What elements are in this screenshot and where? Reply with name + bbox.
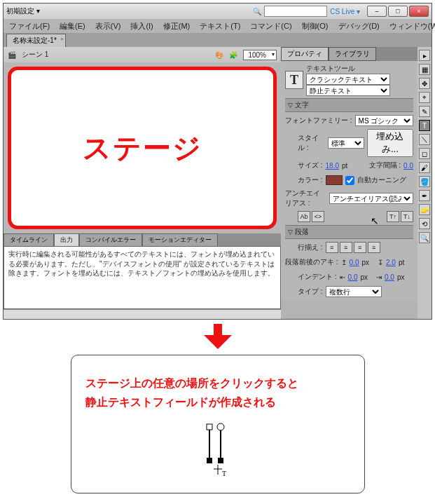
output-panel: 実行時に編集される可能性があるすべてのテキストには、フォントが埋め込まれている必… [4, 246, 281, 309]
annotation-panel: ステージ上の任意の場所をクリックすると 静止テキストフィールドが作成される T [71, 355, 365, 493]
subscript-button[interactable]: T↓ [401, 211, 413, 222]
tab-output[interactable]: 出力 [54, 233, 79, 246]
align-right-button[interactable]: ≡ [354, 242, 366, 253]
tab-compiler-errors[interactable]: コンパイルエラー [79, 233, 142, 246]
menu-debug[interactable]: デバッグ(D) [338, 21, 380, 32]
line-tool[interactable]: ＼ [419, 134, 430, 145]
properties-body: T テキストツール クラシックテキスト 静止テキスト 文字 フォントファミリー … [281, 61, 417, 301]
font-family-label: フォントファミリー : [285, 116, 352, 125]
edit-bar: 🎬 シーン 1 🎨 🧩 100% [4, 47, 281, 62]
subselect-tool[interactable]: ▦ [419, 64, 430, 75]
spacing-label: 段落前後のアキ : [285, 257, 338, 267]
search-icon: 🔍 [253, 8, 261, 15]
space-after-value[interactable]: 2.0 [386, 259, 396, 266]
zoom-level[interactable]: 100% [243, 50, 277, 60]
antialias-select[interactable]: アンチエイリアス(読みやすさ優先) [329, 193, 413, 204]
text-tool-icon: T [285, 71, 303, 89]
font-style-label: スタイル : [298, 133, 325, 153]
text-color-swatch[interactable] [326, 175, 343, 185]
tab-library[interactable]: ライブラリ [329, 47, 376, 61]
align-left-button[interactable]: ≡ [326, 242, 338, 253]
selectable-toggle[interactable]: Ab [298, 211, 310, 222]
menu-edit[interactable]: 編集(E) [60, 21, 85, 32]
annotation-line-2: 静止テキストフィールドが作成される [85, 393, 350, 411]
output-text: 実行時に編集される可能性があるすべてのテキストには、フォントが埋め込まれている必… [8, 250, 275, 277]
document-tab[interactable]: 名称未設定-1* × [6, 34, 66, 47]
flash-app-window: 初期設定 ▾ 🔍 CS Live ▾ – □ × ファイル(F) 編集(E) 表… [3, 3, 432, 320]
tab-properties[interactable]: プロパティ [281, 47, 329, 61]
paint-bucket-tool[interactable]: 🪣 [419, 176, 430, 187]
behavior-label: タイプ : [298, 287, 323, 297]
font-size-label: サイズ : [298, 161, 323, 170]
align-center-button[interactable]: ≡ [340, 242, 352, 253]
window-minimize-button[interactable]: – [367, 6, 387, 17]
titlebar: 初期設定 ▾ 🔍 CS Live ▾ – □ × [4, 4, 431, 19]
brush-tool[interactable]: 🖌 [419, 162, 430, 173]
indent-left-value[interactable]: 0.0 [348, 273, 358, 281]
superscript-button[interactable]: T↑ [387, 211, 399, 222]
menu-control[interactable]: 制御(O) [302, 21, 329, 32]
space-before-unit: px [361, 259, 369, 266]
window-close-button[interactable]: × [409, 6, 429, 17]
section-character[interactable]: 文字 [285, 98, 413, 112]
font-family-select[interactable]: MS ゴシック [355, 115, 413, 126]
text-engine-select[interactable]: クラシックテキスト [306, 74, 390, 85]
free-transform-tool[interactable]: ✥ [419, 78, 430, 89]
menu-modify[interactable]: 修正(M) [163, 21, 191, 32]
section-paragraph[interactable]: 段落 [285, 225, 413, 239]
stage[interactable]: ステージ [8, 67, 277, 229]
tracking-label: 文字間隔 : [369, 161, 401, 170]
auto-kern-checkbox[interactable] [345, 176, 354, 185]
document-tab-title: 名称未設定-1* [13, 36, 57, 44]
font-size-value[interactable]: 18.0 [326, 162, 339, 170]
scene-name[interactable]: シーン 1 [22, 50, 48, 60]
output-scrollbar[interactable] [4, 309, 281, 319]
space-before-value[interactable]: 0.0 [350, 259, 359, 266]
embed-fonts-button[interactable]: 埋め込み... [367, 129, 413, 157]
window-maximize-button[interactable]: □ [388, 6, 408, 17]
tab-motion-editor[interactable]: モーションエディター [142, 233, 218, 246]
document-tab-bar: 名称未設定-1* × [4, 33, 431, 47]
tracking-value[interactable]: 0.0 [403, 162, 413, 170]
cs-live-menu[interactable]: CS Live ▾ [330, 8, 360, 15]
text-tool[interactable]: T [419, 120, 430, 131]
workspace-preset[interactable]: 初期設定 ▾ [6, 6, 40, 16]
indent-right-value[interactable]: 0.0 [385, 273, 394, 281]
menu-view[interactable]: 表示(V) [95, 21, 121, 32]
main-menu-bar: ファイル(F) 編集(E) 表示(V) 挿入(I) 修正(M) テキスト(T) … [4, 19, 431, 33]
menu-file[interactable]: ファイル(F) [9, 21, 50, 32]
selection-tool[interactable]: ▸ [419, 50, 430, 61]
indent-label: インデント : [298, 272, 337, 282]
lasso-tool[interactable]: ⌖ [419, 92, 430, 103]
pen-tool[interactable]: ✎ [419, 106, 430, 117]
tab-timeline[interactable]: タイムライン [4, 233, 54, 246]
rectangle-tool[interactable]: ◻ [419, 148, 430, 159]
render-as-html-toggle[interactable]: <> [312, 211, 324, 222]
menu-command[interactable]: コマンド(C) [250, 21, 291, 32]
help-search-input[interactable] [264, 6, 327, 17]
indent-right-unit: px [397, 273, 405, 281]
align-justify-button[interactable]: ≡ [368, 242, 380, 253]
tool-name-label: テキストツール [306, 64, 413, 74]
hand-tool[interactable]: ⟲ [419, 218, 430, 229]
properties-panel-group: プロパティ ライブラリ T テキストツール クラシックテキスト 静止テキスト 文… [281, 47, 417, 319]
svg-point-4 [217, 423, 224, 430]
menu-text[interactable]: テキスト(T) [200, 21, 240, 32]
svg-rect-6 [218, 458, 223, 463]
edit-symbol-icon[interactable]: 🧩 [229, 51, 237, 59]
menu-insert[interactable]: 挿入(I) [130, 21, 153, 32]
svg-rect-5 [207, 458, 212, 463]
document-tab-close-icon[interactable]: × [60, 36, 64, 42]
space-before-icon: ↥ [341, 259, 347, 266]
text-type-select[interactable]: 静止テキスト [306, 85, 390, 96]
behavior-select[interactable]: 複数行 [326, 286, 382, 297]
right-dock: プロパティ ライブラリ T テキストツール クラシックテキスト 静止テキスト 文… [281, 47, 431, 319]
main-column: 🎬 シーン 1 🎨 🧩 100% ステージ タイムライン 出力 コンパイルエラー… [4, 47, 281, 319]
menu-window[interactable]: ウィンドウ(W) [389, 21, 435, 32]
zoom-tool[interactable]: 🔍 [419, 232, 430, 243]
font-style-select[interactable]: 標準 [328, 137, 364, 149]
edit-scene-icon[interactable]: 🎨 [215, 51, 223, 59]
space-after-unit: pt [399, 259, 404, 266]
ink-bottle-tool[interactable]: ✒ [419, 190, 430, 201]
eraser-tool[interactable]: 🧽 [419, 204, 430, 215]
